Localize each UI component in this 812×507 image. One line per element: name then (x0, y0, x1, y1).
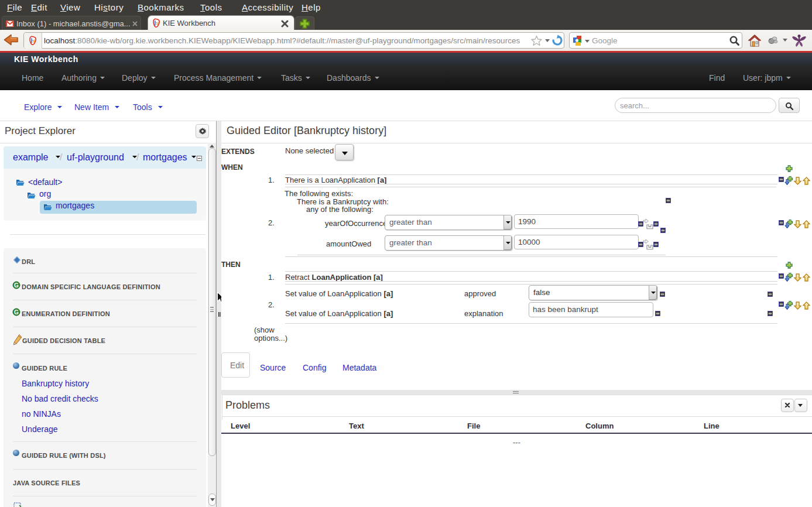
svg-text:G: G (14, 282, 19, 289)
svg-text:G: G (14, 309, 19, 316)
